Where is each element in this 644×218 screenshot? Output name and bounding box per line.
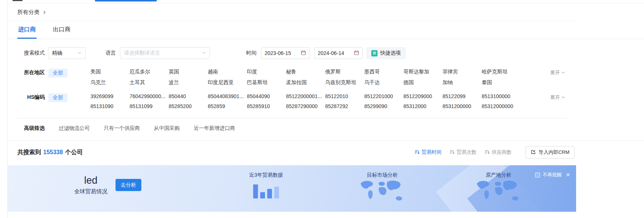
hscode-expand-link[interactable]: 展开 [550,93,565,101]
chevron-right-icon [42,10,47,14]
results-suffix: 个公司 [65,149,83,156]
dont-remind-label: 不再提醒 [543,172,562,178]
date-end-input[interactable]: 2024-06-14 [314,47,363,59]
search-form: 搜索模式 精确 语言 请选择翻译语言 时间 2023-06-15 2024-06… [8,47,644,59]
chevron-down-icon [561,70,565,76]
advanced-filter-option[interactable]: 过滤物流公司 [59,125,90,132]
sort-icon [485,149,490,156]
advanced-filter-row: 高级筛选 过滤物流公司只有一个供应商从中国采购近一年新增进口商 [8,118,644,141]
import-crm-label: 导入内部CRM [538,149,569,156]
hscode-grid: 3926909976042990000...85044085044083901.… [90,93,521,109]
sort-trade-time[interactable]: 贸易时间 [414,149,441,156]
search-mode-select[interactable]: 精确 [48,47,86,59]
analyze-button[interactable]: 去分析 [116,179,141,191]
tab-importer[interactable]: 进口商 [17,21,37,39]
keyword-subtitle: 全球贸易情况 [74,188,107,195]
region-label: 所在地区 [24,69,45,76]
advanced-filter-option[interactable]: 从中国采购 [154,125,180,132]
sort-icon [414,149,420,156]
origin-analysis-title: 原产地分析 [486,172,512,179]
all-categories-link[interactable]: 所有分类 [8,3,576,21]
search-keyword: led [74,175,107,186]
trade-analysis-banner: led 全球贸易情况 去分析 近3年贸易数据 目标市场分析 [8,165,576,212]
results-summary: 共搜索到 155338 个公司 [17,149,83,156]
importer-exporter-tabs: 进口商 出口商 [8,21,644,39]
region-all-tag[interactable]: 全部 [48,69,68,77]
quick-options-label: 快捷选项 [380,50,401,56]
advanced-filter-option[interactable]: 近一年新增进口商 [194,125,235,132]
close-icon[interactable]: ✕ [566,172,570,178]
command-icon: ⌘ [371,50,378,56]
import-icon [531,149,536,156]
region-expand-link[interactable]: 展开 [550,69,565,76]
region-country-grid: 美国厄瓜多尔英国越南印度秘鲁俄罗斯墨西哥哥斯达黎加菲律宾哈萨克斯坦 乌克兰土耳其… [90,69,521,86]
sort-supplier-count-label: 供应商数 [492,149,512,156]
chevron-down-icon [202,50,206,56]
sort-icon [450,149,455,156]
trade-chart-title: 近3年贸易数据 [249,172,283,179]
language-select[interactable]: 请选择翻译语言 [120,47,210,59]
import-crm-button[interactable]: 导入内部CRM [526,146,575,159]
tab-exporter[interactable]: 出口商 [52,21,71,39]
sort-trade-time-label: 贸易时间 [421,149,441,156]
region-filter-row: 所在地区 全部 美国厄瓜多尔英国越南印度秘鲁俄罗斯墨西哥哥斯达黎加菲律宾哈萨克斯… [8,69,576,86]
date-start-value: 2023-06-15 [265,50,291,56]
world-map-icon [357,179,408,205]
bar [253,184,258,198]
chevron-down-icon [78,50,82,56]
all-categories-label: 所有分类 [17,9,39,16]
calendar-icon [354,50,359,56]
dismiss-block: 不再提醒 ✕ [535,172,570,178]
keyword-block: led 全球贸易情况 去分析 [74,175,141,195]
dont-remind-checkbox[interactable] [535,173,540,177]
date-start-input[interactable]: 2023-06-15 [261,47,310,59]
mini-bar-chart-icon [253,183,279,198]
world-map-icon [473,179,524,205]
sort-trade-count[interactable]: 贸易次数 [450,149,476,156]
origin-analysis-block: 原产地分析 [465,172,532,205]
language-placeholder: 请选择翻译语言 [124,50,160,56]
date-end-value: 2024-06-14 [318,50,344,56]
search-mode-value: 精确 [52,50,62,56]
bar [274,187,279,198]
results-bar: 共搜索到 155338 个公司 贸易时间 贸易次数 供应商数 [8,141,576,163]
bar [267,189,272,198]
trade-chart-block: 近3年贸易数据 [235,172,297,198]
quick-options-button[interactable]: ⌘ 快捷选项 [366,47,406,59]
calendar-icon [301,50,306,56]
region-expand-label: 展开 [550,69,560,76]
sort-trade-count-label: 贸易次数 [457,149,476,156]
hscode-all-tag[interactable]: 全部 [48,93,68,102]
hscode-expand-label: 展开 [550,94,560,101]
hscode-label: HS编码 [24,93,45,101]
target-market-title: 目标市场分析 [367,172,398,179]
cropped-content-fragment [13,0,23,1]
target-market-block: 目标市场分析 [349,172,416,205]
results-prefix: 共搜索到 [17,149,41,156]
language-label: 语言 [106,50,116,56]
sort-supplier-count[interactable]: 供应商数 [485,149,512,156]
advanced-filter-option[interactable]: 只有一个供应商 [104,125,140,132]
page: 所有分类 进口商 出口商 搜索模式 精确 语言 请选择翻译语言 时间 2023-… [7,0,644,218]
sort-controls: 贸易时间 贸易次数 供应商数 导入内部CRM [414,146,576,159]
hscode-filter-row: HS编码 全部 3926909976042990000...8504408504… [8,93,576,109]
chevron-down-icon [561,95,565,100]
cropped-tab-underline [95,0,157,1]
bar [260,192,265,198]
advanced-filter-label: 高级筛选 [24,125,45,132]
time-label: 时间 [246,50,256,56]
results-count: 155338 [43,149,63,156]
cropped-top-strip [8,0,644,3]
search-mode-label: 搜索模式 [24,50,45,56]
